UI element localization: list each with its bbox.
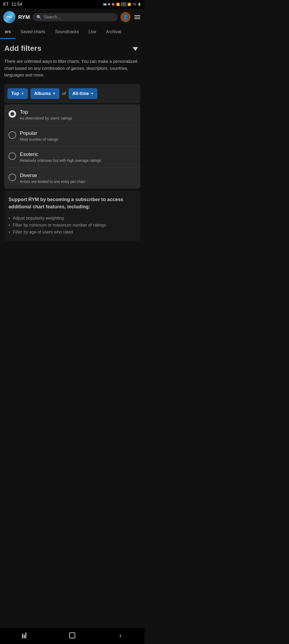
dropdown-popular-text: Popular Most number of ratings — [20, 130, 58, 141]
logo-wave-icon: 〜 — [6, 13, 12, 21]
dropdown-diverse-subtitle: Artists are limited to one entry per cha… — [20, 179, 85, 184]
albums-chip-dropdown-icon: ▼ — [52, 92, 56, 95]
dropdown-diverse-text: Diverse Artists are limited to one entry… — [20, 172, 85, 184]
nav-tabs: ers Saved charts Soundtracks Live Archiv… — [0, 26, 144, 39]
header: 〜 RYM 🔍 Search... 👤 — [0, 9, 144, 26]
tab-saved-charts-label: Saved charts — [20, 29, 45, 34]
dropdown-item-diverse[interactable]: Diverse Artists are limited to one entry… — [4, 168, 140, 189]
alltime-filter-chip[interactable]: All-time ▼ — [69, 88, 97, 99]
top-filter-chip[interactable]: Top ▼ — [7, 88, 28, 99]
radio-diverse — [9, 174, 16, 181]
tab-live-label: Live — [89, 29, 96, 34]
carrier-label: KT — [3, 2, 9, 6]
filters-collapse-button[interactable] — [131, 44, 140, 54]
wifi-icon: 📶 — [116, 3, 120, 6]
dropdown-item-esoteric[interactable]: Esoteric Relatively unknown but with hig… — [4, 147, 140, 168]
top-chip-label: Top — [11, 91, 19, 96]
alltime-chip-label: All-time — [72, 91, 89, 96]
dropdown-popular-subtitle: Most number of ratings — [20, 137, 58, 141]
tab-soundtracks[interactable]: Soundtracks — [50, 26, 84, 39]
dropdown-item-popular[interactable]: Popular Most number of ratings — [4, 125, 140, 147]
tab-live[interactable]: Live — [84, 26, 101, 39]
chart-type-dropdown: Top As determined by users' ratings Popu… — [4, 104, 140, 189]
battery-icon: 🔋 — [138, 3, 141, 6]
tab-ers[interactable]: ers — [0, 26, 16, 39]
hamburger-menu-button[interactable] — [133, 14, 141, 20]
support-item-3: Filter by age of users who rated — [9, 229, 136, 236]
support-title: Support RYM by becoming a subscriber to … — [9, 196, 136, 210]
status-icons: 🪪 ✱ 🔇 📶 HD 📶 7% 🔋 — [103, 3, 141, 6]
radio-popular — [9, 131, 16, 139]
dropdown-esoteric-subtitle: Relatively unknown but with high average… — [20, 158, 101, 163]
status-bar: KT 11:54 🪪 ✱ 🔇 📶 HD 📶 7% 🔋 — [0, 0, 144, 9]
dropdown-top-subtitle: As determined by users' ratings — [20, 116, 72, 120]
alltime-chip-dropdown-icon: ▼ — [91, 92, 94, 95]
filter-chips-row: Top ▼ Albums ▼ of All-time ▼ — [4, 84, 140, 103]
dropdown-diverse-title: Diverse — [20, 172, 85, 178]
support-section: Support RYM by becoming a subscriber to … — [4, 191, 140, 241]
search-placeholder-text: Search... — [44, 15, 61, 20]
dropdown-top-text: Top As determined by users' ratings — [20, 109, 72, 120]
top-chip-dropdown-icon: ▼ — [21, 92, 24, 95]
dropdown-item-top[interactable]: Top As determined by users' ratings — [4, 104, 140, 125]
support-item-1: Adjust popularity weighting — [9, 215, 136, 222]
search-icon: 🔍 — [36, 15, 42, 20]
dropdown-top-title: Top — [20, 109, 72, 115]
radio-esoteric — [9, 152, 16, 160]
avatar[interactable]: 👤 — [120, 12, 131, 22]
dropdown-esoteric-text: Esoteric Relatively unknown but with hig… — [20, 151, 101, 163]
radio-inner-top — [10, 112, 14, 116]
signal-icon: 📶 — [127, 3, 131, 6]
of-label: of — [62, 91, 66, 96]
sim-icon: 🪪 — [103, 3, 107, 6]
tab-soundtracks-label: Soundtracks — [55, 29, 79, 34]
dropdown-popular-title: Popular — [20, 130, 58, 136]
chevron-down-icon — [133, 47, 138, 51]
add-filters-title: Add filters — [4, 44, 41, 53]
search-bar[interactable]: 🔍 Search... — [33, 13, 118, 21]
status-time: 11:54 — [12, 2, 22, 6]
avatar-image: 👤 — [123, 14, 128, 20]
tab-archival[interactable]: Archival — [101, 26, 126, 39]
bluetooth-icon: ✱ — [108, 3, 110, 6]
add-filters-header: Add filters — [4, 44, 140, 54]
tab-saved-charts[interactable]: Saved charts — [16, 26, 50, 39]
hd-badge: HD — [121, 3, 126, 6]
status-carrier-time: KT 11:54 — [3, 2, 22, 7]
radio-top — [9, 110, 16, 118]
main-content: Add filters There are unlimited ways to … — [0, 39, 144, 246]
mute-icon: 🔇 — [111, 3, 115, 6]
app-logo[interactable]: 〜 — [3, 11, 16, 23]
albums-filter-chip[interactable]: Albums ▼ — [31, 88, 59, 99]
tab-ers-label: ers — [5, 29, 11, 34]
support-features-list: Adjust popularity weighting Filter by mi… — [9, 215, 136, 236]
albums-chip-label: Albums — [34, 91, 51, 96]
filters-description: There are unlimited ways to filter chart… — [4, 58, 140, 79]
tab-archival-label: Archival — [106, 29, 121, 34]
brand-name: RYM — [18, 14, 30, 20]
support-item-2: Filter by minimum or maximum number of r… — [9, 222, 136, 229]
dropdown-esoteric-title: Esoteric — [20, 151, 101, 157]
battery-level: 7% — [132, 3, 136, 6]
